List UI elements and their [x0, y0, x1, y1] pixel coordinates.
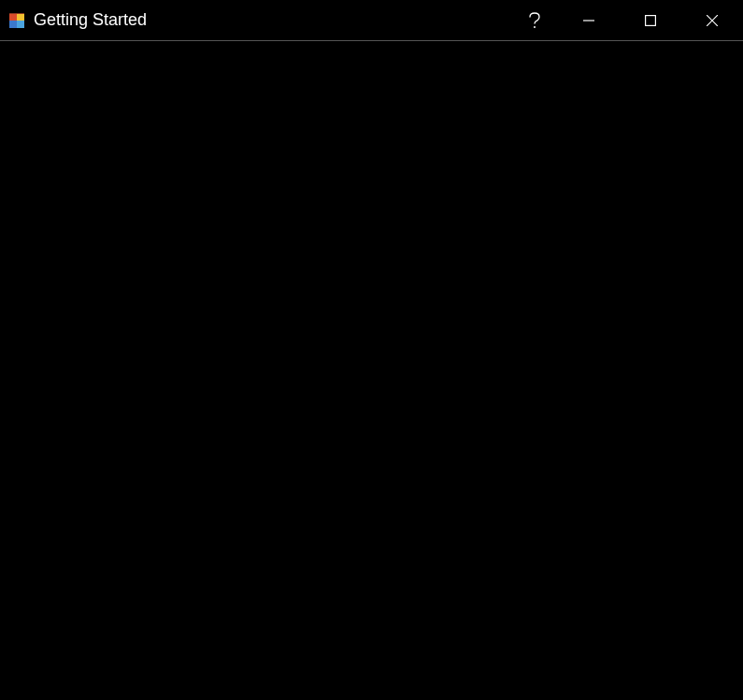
- svg-rect-0: [9, 13, 17, 21]
- maximize-icon: [645, 15, 656, 26]
- window-title: Getting Started: [34, 10, 147, 30]
- help-icon: [529, 12, 540, 29]
- app-icon: [9, 13, 24, 28]
- minimize-button[interactable]: [558, 0, 620, 40]
- svg-point-5: [534, 26, 536, 28]
- application-window: Getting Started: [0, 0, 743, 700]
- svg-rect-2: [9, 21, 17, 28]
- svg-rect-7: [646, 15, 656, 25]
- close-button[interactable]: [681, 0, 743, 40]
- svg-rect-3: [17, 21, 24, 28]
- help-button[interactable]: [511, 0, 558, 40]
- close-icon: [707, 15, 718, 26]
- minimize-icon: [583, 15, 594, 26]
- svg-rect-4: [9, 13, 24, 14]
- titlebar[interactable]: Getting Started: [0, 0, 743, 41]
- svg-rect-1: [17, 13, 24, 21]
- content-area: [0, 41, 743, 700]
- maximize-button[interactable]: [620, 0, 681, 40]
- titlebar-controls: [511, 0, 743, 40]
